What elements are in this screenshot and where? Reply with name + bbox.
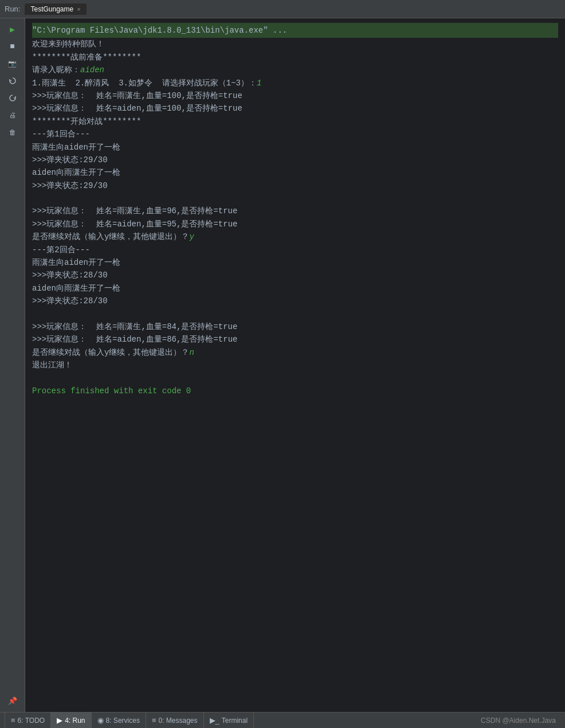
console-line-7: >>>玩家信息： 姓名=aiden,血量=100,是否持枪=true	[32, 102, 558, 115]
services-icon: ◉	[97, 716, 104, 725]
left-toolbar: ▶ ■ 📷 🖨 🗑 📌	[0, 18, 25, 712]
terminal-label: Terminal	[222, 717, 248, 725]
services-label: 8: Services	[106, 717, 140, 725]
title-bar: Run: TestGungame ×	[0, 0, 565, 18]
delete-button[interactable]: 🗑	[4, 125, 21, 140]
run-button[interactable]: ▶	[4, 22, 21, 37]
messages-tab[interactable]: ≡ 0: Messages	[146, 713, 204, 728]
camera-icon[interactable]: 📷	[4, 56, 21, 71]
console-line-2: 欢迎来到特种部队！	[32, 38, 558, 50]
console-output[interactable]: "C:\Program Files\Java\jdk1.8.0_131\bin\…	[25, 18, 565, 712]
run-tab-label: 4: Run	[65, 717, 85, 725]
services-tab[interactable]: ◉ 8: Services	[92, 713, 146, 728]
active-tab[interactable]: TestGungame ×	[25, 3, 86, 15]
console-line-27: 退出江湖！	[32, 359, 558, 371]
console-line-1: "C:\Program Files\Java\jdk1.8.0_131\bin\…	[32, 23, 558, 38]
console-line-28	[32, 372, 558, 385]
console-line-26: 是否继续对战（输入y继续，其他键退出）？n	[32, 346, 558, 359]
console-line-10: 雨潇生向aiden开了一枪	[32, 141, 558, 154]
console-line-18: ---第2回合---	[32, 244, 558, 256]
terminal-tab[interactable]: ▶_ Terminal	[204, 713, 254, 728]
console-line-14	[32, 192, 558, 205]
console-line-22: >>>弹夹状态:28/30	[32, 295, 558, 307]
run-label: Run:	[5, 5, 20, 13]
csdn-label: CSDN @Aiden.Net.Java	[476, 717, 560, 725]
console-line-19: 雨潇生向aiden开了一枪	[32, 256, 558, 269]
rerun2-button[interactable]	[4, 91, 21, 105]
console-line-29: Process finished with exit code 0	[32, 385, 558, 397]
console-line-8: ********开始对战********	[32, 115, 558, 128]
run-tab-icon: ▶	[57, 716, 62, 725]
console-line-5: 1.雨潇生 2.醉清风 3.如梦令 请选择对战玩家（1~3）：1	[32, 77, 558, 89]
console-line-16: >>>玩家信息： 姓名=aiden,血量=95,是否持枪=true	[32, 218, 558, 230]
console-line-9: ---第1回合---	[32, 128, 558, 140]
messages-icon: ≡	[152, 716, 156, 725]
pin-button[interactable]: 📌	[4, 694, 21, 709]
ide-body: ▶ ■ 📷 🖨 🗑 📌 "C:\Program Files\Java\jdk1.…	[0, 18, 565, 712]
print-button[interactable]: 🖨	[4, 108, 21, 123]
todo-tab[interactable]: ≡ 6: TODO	[5, 713, 51, 728]
console-line-21: aiden向雨潇生开了一枪	[32, 282, 558, 295]
console-line-25: >>>玩家信息： 姓名=aiden,血量=86,是否持枪=true	[32, 333, 558, 346]
messages-label: 0: Messages	[158, 717, 197, 725]
console-line-11: >>>弹夹状态:29/30	[32, 154, 558, 166]
rerun-button[interactable]	[4, 73, 21, 88]
console-line-17: 是否继续对战（输入y继续，其他键退出）？y	[32, 230, 558, 243]
console-line-12: aiden向雨潇生开了一枪	[32, 166, 558, 179]
console-line-3: ********战前准备********	[32, 51, 558, 64]
status-bar: ≡ 6: TODO ▶ 4: Run ◉ 8: Services ≡ 0: Me…	[0, 712, 565, 728]
console-line-4: 请录入昵称：aiden	[32, 64, 558, 76]
console-line-15: >>>玩家信息： 姓名=雨潇生,血量=96,是否持枪=true	[32, 205, 558, 217]
console-line-24: >>>玩家信息： 姓名=雨潇生,血量=84,是否持枪=true	[32, 320, 558, 333]
console-line-13: >>>弹夹状态:29/30	[32, 179, 558, 192]
tab-label: TestGungame	[30, 5, 73, 13]
tab-close-icon[interactable]: ×	[77, 6, 80, 13]
console-line-20: >>>弹夹状态:28/30	[32, 269, 558, 281]
terminal-icon: ▶_	[210, 716, 219, 725]
console-line-6: >>>玩家信息： 姓名=雨潇生,血量=100,是否持枪=true	[32, 89, 558, 102]
todo-icon: ≡	[11, 716, 15, 725]
console-line-23	[32, 308, 558, 320]
run-tab[interactable]: ▶ 4: Run	[51, 713, 91, 728]
todo-label: 6: TODO	[18, 717, 45, 725]
stop-button[interactable]: ■	[4, 39, 21, 54]
run-panel: "C:\Program Files\Java\jdk1.8.0_131\bin\…	[25, 18, 565, 712]
